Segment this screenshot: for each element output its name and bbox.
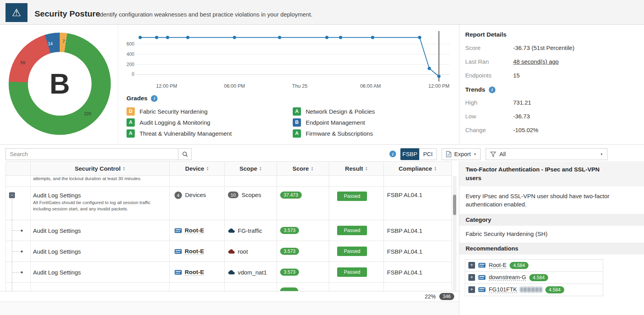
column-header-score[interactable]: Score ▲▼: [277, 161, 329, 176]
score-badge: 37.473: [280, 192, 302, 199]
tree-node-dot: [21, 230, 23, 232]
scope-count-badge: 10: [228, 192, 239, 198]
table-row-clipped[interactable]: [6, 283, 452, 291]
tree-node-dot: [21, 251, 23, 252]
progress-percent: 22%: [425, 293, 436, 300]
security-control-description: All FortiGates should be configured to l…: [31, 200, 169, 212]
column-header-scope[interactable]: Scope ▲▼: [225, 161, 277, 176]
grade-item: A Audit Logging & Monitoring: [127, 117, 293, 128]
collapse-row-button[interactable]: −: [9, 192, 15, 198]
sort-icon: ▲▼: [365, 166, 368, 171]
divider: [118, 25, 118, 145]
divider: [459, 25, 459, 145]
device-name[interactable]: Root-E: [185, 227, 204, 234]
svg-text:06:00 PM: 06:00 PM: [224, 83, 245, 89]
bottom-strip: [0, 302, 459, 315]
grade-donut-wrap: B 59 14 7 220: [9, 33, 111, 135]
column-header-security-control[interactable]: Security Control ▲▼: [31, 161, 170, 176]
score-badge: [280, 287, 298, 291]
security-control-title: Audit Log Settings: [31, 227, 81, 234]
donut-segment-label-orange: 7: [62, 39, 65, 44]
recommendation-row[interactable]: + Root-E 4.584: [465, 259, 603, 272]
filter-dropdown[interactable]: All ▼: [486, 148, 607, 160]
page-title: Security Posture: [35, 9, 100, 18]
device-name-link[interactable]: downstream-G: [489, 274, 526, 281]
column-label: Score: [292, 165, 309, 172]
grade-item: A Firmware & Subscriptions: [293, 128, 453, 139]
expand-recommendation-button[interactable]: +: [468, 262, 475, 269]
donut-hole: B: [28, 52, 92, 116]
score-badge: 3.573: [280, 269, 299, 276]
svg-text:0: 0: [132, 72, 134, 77]
device-name-link[interactable]: Root-E: [489, 262, 506, 269]
info-icon[interactable]: i: [151, 95, 158, 102]
score-trend-chart: 020040060012:00 PM06:00 PMThu 2506:00 AM…: [120, 29, 454, 91]
grade-label: Threat & Vulnerability Management: [139, 130, 232, 137]
svg-text:06:00 AM: 06:00 AM: [360, 83, 381, 89]
device-name[interactable]: Root-E: [185, 269, 204, 276]
device-name-link[interactable]: FG101FTK: [489, 286, 517, 293]
grade-badge: A: [127, 118, 135, 127]
search-button[interactable]: [178, 148, 192, 160]
export-button[interactable]: Export ▼: [442, 148, 481, 160]
sort-icon: ▲▼: [259, 166, 262, 171]
security-posture-app-icon: ⚠: [6, 3, 28, 22]
document-icon: [446, 151, 451, 157]
compliance-cell: FSBP AL04.1: [387, 227, 422, 234]
vdom-cloud-icon: [228, 249, 235, 254]
fortigate-device-icon: [174, 270, 182, 275]
sort-icon: ▲▼: [206, 166, 209, 171]
table-row-clipped[interactable]: attempts, and the lockout duration at le…: [6, 176, 452, 187]
fsbp-toggle[interactable]: FSBP: [400, 148, 419, 160]
recommendations-list: + Root-E 4.584 + downstream-G 4.584 + FG…: [465, 259, 603, 296]
table-row-parent[interactable]: − Audit Log Settings All FortiGates shou…: [6, 187, 452, 220]
trend-row-value: -36.73: [513, 113, 530, 120]
grade-badge: A: [293, 129, 301, 138]
tree-node-dot: [21, 271, 23, 273]
column-header-device[interactable]: Device ▲▼: [170, 161, 225, 176]
recommendation-row[interactable]: + downstream-G 4.584: [465, 271, 603, 284]
detail-description: Every IPsec and SSL-VPN user should have…: [466, 192, 635, 208]
grades-title: Grades: [127, 95, 147, 102]
report-row-label: Endpoints: [465, 72, 513, 79]
compliance-cell: FSBP AL04.1: [387, 192, 422, 198]
device-name[interactable]: Root-E: [185, 248, 204, 255]
info-icon[interactable]: i: [389, 151, 396, 157]
grade-badge: A: [293, 107, 301, 116]
column-label: Scope: [240, 165, 257, 172]
page-subtitle: Identify configuration weaknesses and be…: [98, 11, 312, 18]
scrollbar-thumb[interactable]: [453, 195, 456, 215]
security-control-title: Audit Log Settings: [31, 187, 169, 200]
trend-row-label: Low: [465, 113, 513, 120]
detail-panel: Two-Factor Authentication - IPsec and SS…: [459, 161, 644, 315]
trends-title: Trends: [465, 86, 485, 93]
table-row-child[interactable]: Audit Log Settings Root-E vdom_nat1 3.57…: [6, 262, 452, 283]
report-details-title: Report Details: [465, 31, 638, 38]
grade-badge: D: [127, 107, 135, 116]
table-row-child[interactable]: Audit Log Settings Root-E root 3.573 Pas…: [6, 241, 452, 262]
report-details-section: Report Details Score -36.73 (51st Percen…: [465, 31, 638, 140]
tree-line: [12, 283, 12, 291]
report-row-label: Last Ran: [465, 58, 513, 65]
last-ran-link[interactable]: 48 second(s) ago: [513, 58, 559, 65]
expand-recommendation-button[interactable]: +: [468, 274, 475, 281]
report-row: Endpoints 15: [465, 72, 638, 86]
pci-toggle[interactable]: PCI: [419, 148, 437, 160]
column-header-compliance[interactable]: Compliance ▲▼: [384, 161, 452, 176]
table-header-row: Security Control ▲▼ Device ▲▼ Scope ▲▼ S…: [6, 161, 452, 176]
trend-row-value: 731.21: [513, 99, 531, 106]
expand-recommendation-button[interactable]: +: [468, 286, 475, 293]
redacted-text: [520, 287, 542, 292]
table-scrollbar[interactable]: [453, 176, 457, 291]
recommendation-row[interactable]: + FG101FTK 4.584: [465, 284, 603, 296]
detail-panel-title: Two-Factor Authentication - IPsec and SS…: [459, 161, 644, 186]
filter-icon: [490, 151, 496, 157]
result-badge: Passed: [337, 247, 367, 256]
column-header-result[interactable]: Result ▲▼: [329, 161, 384, 176]
table-row-child[interactable]: Audit Log Settings Root-E FG-traffic 3.5…: [6, 220, 452, 241]
grade-label: Endpoint Management: [306, 119, 365, 126]
info-icon[interactable]: i: [489, 87, 495, 93]
search-input[interactable]: [6, 148, 178, 160]
grade-label: Network Design & Policies: [306, 108, 375, 115]
donut-segment-label-blue: 14: [48, 41, 53, 46]
